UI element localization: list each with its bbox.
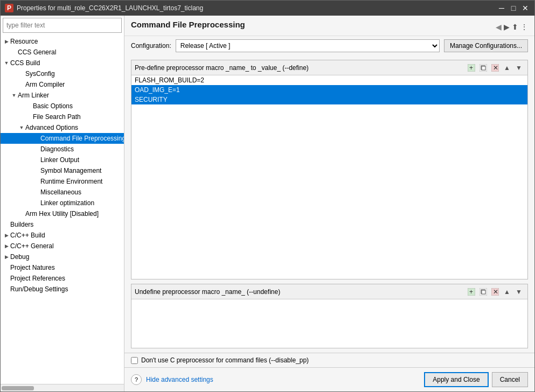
spacer-icon xyxy=(18,71,25,76)
define-add-button[interactable]: + xyxy=(466,62,477,73)
define-delete-button[interactable]: ✕ xyxy=(490,62,501,73)
sidebar-item-project-references[interactable]: Project References xyxy=(1,273,124,284)
left-buttons: ? Hide advanced settings xyxy=(131,374,213,385)
sidebar-item-command-file-preprocessing[interactable]: Command File Preprocessing xyxy=(1,133,124,144)
sidebar-item-resource[interactable]: ▶ Resource xyxy=(1,36,124,47)
define-copy-button[interactable] xyxy=(478,62,489,73)
spacer-icon xyxy=(33,179,40,184)
config-label: Configuration: xyxy=(131,42,171,50)
define-panel-title: Pre-define preprocessor macro _name_ to … xyxy=(135,64,309,72)
sidebar-item-debug[interactable]: ▶ Debug xyxy=(1,251,124,262)
nav-more-button[interactable]: ⋮ xyxy=(520,23,528,31)
spacer-icon xyxy=(25,103,33,109)
undefine-up-button[interactable]: ▲ xyxy=(502,286,512,297)
undefine-panel-icons: + ✕ ▲ ▼ xyxy=(466,286,524,297)
sidebar-item-linker-optimization[interactable]: Linker optimization xyxy=(1,198,124,208)
macro-item-3[interactable]: SECURITY xyxy=(131,95,527,104)
config-select[interactable]: Release [ Active ] xyxy=(176,39,440,52)
content-area: ▶ Resource CCS General ▼ CCS Build SysCo… xyxy=(1,16,534,391)
sidebar-item-arm-linker[interactable]: ▼ Arm Linker xyxy=(1,90,124,101)
svg-text:+: + xyxy=(469,288,473,296)
undefine-panel-header: Undefine preprocessor macro _name_ (--un… xyxy=(131,284,527,299)
expand-icon: ▼ xyxy=(3,60,10,66)
sidebar-item-file-search-path[interactable]: File Search Path xyxy=(1,111,124,122)
window-controls: ─ □ ✕ xyxy=(497,3,530,13)
spacer-icon xyxy=(33,136,40,141)
help-icon[interactable]: ? xyxy=(131,374,142,385)
right-buttons: Apply and Close Cancel xyxy=(424,372,528,387)
title-bar: P Properties for multi_role_CC26X2R1_LAU… xyxy=(1,1,534,16)
main-panel: Command File Preprocessing ◀ ▶ ⬆ ⋮ Confi… xyxy=(124,16,534,391)
undefine-delete-button[interactable]: ✕ xyxy=(490,286,501,297)
sidebar-item-linker-output[interactable]: Linker Output xyxy=(1,155,124,165)
bottom-bar: Don't use C preprocessor for command fil… xyxy=(124,353,534,391)
spacer-icon xyxy=(25,114,33,120)
hide-advanced-link[interactable]: Hide advanced settings xyxy=(146,376,213,383)
spacer-icon xyxy=(33,146,40,152)
sidebar-scrollbar[interactable] xyxy=(1,384,124,391)
maximize-button[interactable]: □ xyxy=(509,3,518,13)
nav-up-button[interactable]: ⬆ xyxy=(512,23,518,31)
define-down-button[interactable]: ▼ xyxy=(513,62,524,73)
minimize-button[interactable]: ─ xyxy=(497,3,506,13)
define-panel-icons: + ✕ ▲ ▼ xyxy=(466,62,524,73)
expand-icon: ▼ xyxy=(10,93,18,98)
sidebar-item-run-debug-settings[interactable]: Run/Debug Settings xyxy=(1,284,124,295)
define-panel-content: FLASH_ROM_BUILD=2 OAD_IMG_E=1 SECURITY xyxy=(131,75,527,279)
sidebar-item-diagnostics[interactable]: Diagnostics xyxy=(1,144,124,155)
spacer-icon xyxy=(18,211,25,216)
undefine-down-button[interactable]: ▼ xyxy=(513,286,524,297)
sidebar-item-arm-compiler[interactable]: Arm Compiler xyxy=(1,79,124,90)
sidebar-item-arm-hex-utility[interactable]: Arm Hex Utility [Disabled] xyxy=(1,208,124,219)
cancel-button[interactable]: Cancel xyxy=(492,372,528,387)
sidebar-item-symbol-management[interactable]: Symbol Management xyxy=(1,165,124,176)
disable-pp-label: Don't use C preprocessor for command fil… xyxy=(141,356,309,364)
sidebar-item-runtime-environment[interactable]: Runtime Environment xyxy=(1,176,124,187)
sidebar-item-miscellaneous[interactable]: Miscellaneous xyxy=(1,187,124,198)
page-title: Command File Preprocessing xyxy=(131,20,245,29)
undefine-add-button[interactable]: + xyxy=(466,286,477,297)
checkbox-row: Don't use C preprocessor for command fil… xyxy=(124,353,534,368)
manage-configurations-button[interactable]: Manage Configurations... xyxy=(444,39,528,52)
config-row: Configuration: Release [ Active ] Manage… xyxy=(124,36,534,55)
svg-text:P: P xyxy=(7,5,11,11)
spacer-icon xyxy=(33,200,40,206)
close-button[interactable]: ✕ xyxy=(520,3,530,13)
svg-text:✕: ✕ xyxy=(493,64,498,72)
sidebar-item-sysconfig[interactable]: SysConfig xyxy=(1,68,124,79)
undefine-panel: Undefine preprocessor macro _name_ (--un… xyxy=(131,284,528,348)
expand-icon: ▶ xyxy=(3,233,10,238)
sidebar-item-ccs-general[interactable]: CCS General xyxy=(1,47,124,58)
nav-back-button[interactable]: ◀ xyxy=(496,23,502,31)
spacer-icon xyxy=(10,50,18,55)
tree-area: ▶ Resource CCS General ▼ CCS Build SysCo… xyxy=(1,35,124,384)
define-panel-header: Pre-define preprocessor macro _name_ to … xyxy=(131,60,527,75)
disable-pp-checkbox[interactable] xyxy=(131,357,138,364)
expand-icon: ▶ xyxy=(3,39,10,44)
svg-rect-13 xyxy=(482,290,485,294)
spacer-icon xyxy=(18,82,25,87)
sidebar-item-builders[interactable]: Builders xyxy=(1,219,124,230)
macro-item-1[interactable]: FLASH_ROM_BUILD=2 xyxy=(131,75,527,85)
nav-fwd-button[interactable]: ▶ xyxy=(504,23,510,31)
macro-item-2[interactable]: OAD_IMG_E=1 xyxy=(131,85,527,95)
sidebar: ▶ Resource CCS General ▼ CCS Build SysCo… xyxy=(1,16,124,391)
filter-input[interactable] xyxy=(3,18,122,33)
define-panel: Pre-define preprocessor macro _name_ to … xyxy=(131,60,528,279)
expand-icon: ▶ xyxy=(3,243,10,249)
expand-icon: ▼ xyxy=(18,125,25,130)
undefine-copy-button[interactable] xyxy=(478,286,489,297)
define-up-button[interactable]: ▲ xyxy=(502,62,512,73)
sidebar-item-project-natures[interactable]: Project Natures xyxy=(1,262,124,273)
sidebar-item-cpp-build[interactable]: ▶ C/C++ Build xyxy=(1,230,124,241)
window-title: Properties for multi_role_CC26X2R1_LAUNC… xyxy=(17,4,494,12)
undefine-panel-title: Undefine preprocessor macro _name_ (--un… xyxy=(135,288,280,296)
sidebar-item-basic-options[interactable]: Basic Options xyxy=(1,101,124,111)
sidebar-item-ccs-build[interactable]: ▼ CCS Build xyxy=(1,58,124,68)
spacer-icon xyxy=(3,286,10,292)
undefine-panel-content xyxy=(131,299,527,348)
sidebar-item-advanced-options[interactable]: ▼ Advanced Options xyxy=(1,122,124,133)
sidebar-item-cpp-general[interactable]: ▶ C/C++ General xyxy=(1,241,124,251)
apply-close-button[interactable]: Apply and Close xyxy=(424,372,488,387)
svg-text:+: + xyxy=(469,64,473,72)
